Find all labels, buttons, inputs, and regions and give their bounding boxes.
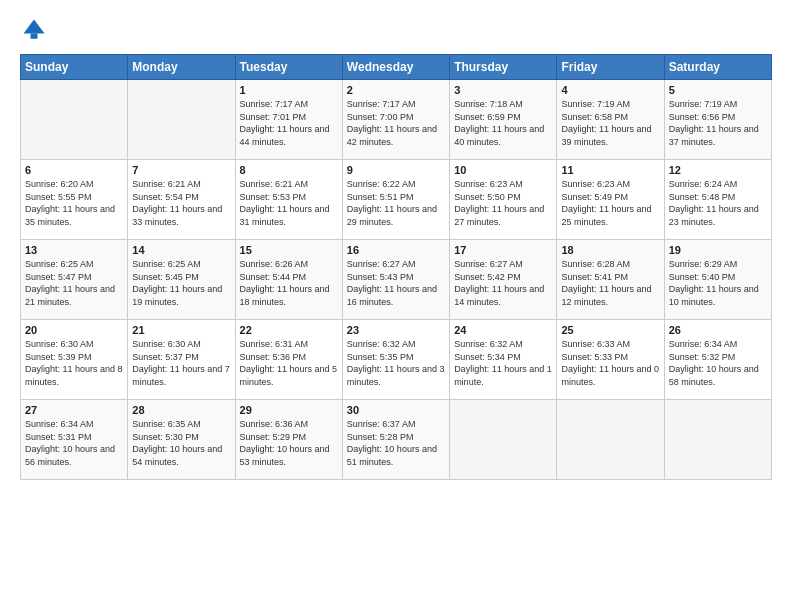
calendar-cell: 10Sunrise: 6:23 AM Sunset: 5:50 PM Dayli…	[450, 160, 557, 240]
page: SundayMondayTuesdayWednesdayThursdayFrid…	[0, 0, 792, 612]
day-number: 9	[347, 164, 445, 176]
col-header-sunday: Sunday	[21, 55, 128, 80]
calendar-cell: 21Sunrise: 6:30 AM Sunset: 5:37 PM Dayli…	[128, 320, 235, 400]
day-number: 22	[240, 324, 338, 336]
day-detail: Sunrise: 6:32 AM Sunset: 5:35 PM Dayligh…	[347, 338, 445, 388]
calendar-cell: 12Sunrise: 6:24 AM Sunset: 5:48 PM Dayli…	[664, 160, 771, 240]
calendar-cell: 29Sunrise: 6:36 AM Sunset: 5:29 PM Dayli…	[235, 400, 342, 480]
calendar-cell	[21, 80, 128, 160]
day-number: 16	[347, 244, 445, 256]
day-number: 27	[25, 404, 123, 416]
day-detail: Sunrise: 6:27 AM Sunset: 5:43 PM Dayligh…	[347, 258, 445, 308]
week-row-1: 6Sunrise: 6:20 AM Sunset: 5:55 PM Daylig…	[21, 160, 772, 240]
day-number: 5	[669, 84, 767, 96]
svg-rect-1	[31, 34, 38, 39]
calendar-cell: 7Sunrise: 6:21 AM Sunset: 5:54 PM Daylig…	[128, 160, 235, 240]
day-detail: Sunrise: 6:28 AM Sunset: 5:41 PM Dayligh…	[561, 258, 659, 308]
day-detail: Sunrise: 6:21 AM Sunset: 5:53 PM Dayligh…	[240, 178, 338, 228]
calendar-cell: 9Sunrise: 6:22 AM Sunset: 5:51 PM Daylig…	[342, 160, 449, 240]
day-number: 23	[347, 324, 445, 336]
day-detail: Sunrise: 6:31 AM Sunset: 5:36 PM Dayligh…	[240, 338, 338, 388]
day-number: 19	[669, 244, 767, 256]
svg-marker-0	[24, 20, 45, 34]
week-row-0: 1Sunrise: 7:17 AM Sunset: 7:01 PM Daylig…	[21, 80, 772, 160]
calendar-cell: 23Sunrise: 6:32 AM Sunset: 5:35 PM Dayli…	[342, 320, 449, 400]
day-number: 26	[669, 324, 767, 336]
day-detail: Sunrise: 6:24 AM Sunset: 5:48 PM Dayligh…	[669, 178, 767, 228]
calendar-cell: 24Sunrise: 6:32 AM Sunset: 5:34 PM Dayli…	[450, 320, 557, 400]
day-detail: Sunrise: 6:30 AM Sunset: 5:39 PM Dayligh…	[25, 338, 123, 388]
calendar-cell: 25Sunrise: 6:33 AM Sunset: 5:33 PM Dayli…	[557, 320, 664, 400]
logo-icon	[20, 16, 48, 44]
calendar-cell: 5Sunrise: 7:19 AM Sunset: 6:56 PM Daylig…	[664, 80, 771, 160]
day-number: 24	[454, 324, 552, 336]
calendar-table: SundayMondayTuesdayWednesdayThursdayFrid…	[20, 54, 772, 480]
week-row-4: 27Sunrise: 6:34 AM Sunset: 5:31 PM Dayli…	[21, 400, 772, 480]
day-number: 2	[347, 84, 445, 96]
day-detail: Sunrise: 6:25 AM Sunset: 5:47 PM Dayligh…	[25, 258, 123, 308]
day-number: 3	[454, 84, 552, 96]
day-number: 15	[240, 244, 338, 256]
day-detail: Sunrise: 6:34 AM Sunset: 5:31 PM Dayligh…	[25, 418, 123, 468]
day-detail: Sunrise: 6:33 AM Sunset: 5:33 PM Dayligh…	[561, 338, 659, 388]
calendar-cell: 13Sunrise: 6:25 AM Sunset: 5:47 PM Dayli…	[21, 240, 128, 320]
day-number: 28	[132, 404, 230, 416]
day-number: 20	[25, 324, 123, 336]
calendar-cell: 8Sunrise: 6:21 AM Sunset: 5:53 PM Daylig…	[235, 160, 342, 240]
calendar-cell: 11Sunrise: 6:23 AM Sunset: 5:49 PM Dayli…	[557, 160, 664, 240]
day-detail: Sunrise: 6:35 AM Sunset: 5:30 PM Dayligh…	[132, 418, 230, 468]
calendar-cell: 18Sunrise: 6:28 AM Sunset: 5:41 PM Dayli…	[557, 240, 664, 320]
calendar-cell: 4Sunrise: 7:19 AM Sunset: 6:58 PM Daylig…	[557, 80, 664, 160]
day-detail: Sunrise: 6:21 AM Sunset: 5:54 PM Dayligh…	[132, 178, 230, 228]
col-header-saturday: Saturday	[664, 55, 771, 80]
col-header-tuesday: Tuesday	[235, 55, 342, 80]
calendar-cell: 15Sunrise: 6:26 AM Sunset: 5:44 PM Dayli…	[235, 240, 342, 320]
calendar-cell: 16Sunrise: 6:27 AM Sunset: 5:43 PM Dayli…	[342, 240, 449, 320]
header	[20, 16, 772, 44]
day-detail: Sunrise: 6:32 AM Sunset: 5:34 PM Dayligh…	[454, 338, 552, 388]
col-header-thursday: Thursday	[450, 55, 557, 80]
day-number: 7	[132, 164, 230, 176]
day-detail: Sunrise: 6:34 AM Sunset: 5:32 PM Dayligh…	[669, 338, 767, 388]
day-detail: Sunrise: 6:25 AM Sunset: 5:45 PM Dayligh…	[132, 258, 230, 308]
calendar-cell: 2Sunrise: 7:17 AM Sunset: 7:00 PM Daylig…	[342, 80, 449, 160]
day-detail: Sunrise: 7:17 AM Sunset: 7:01 PM Dayligh…	[240, 98, 338, 148]
day-detail: Sunrise: 6:22 AM Sunset: 5:51 PM Dayligh…	[347, 178, 445, 228]
day-number: 12	[669, 164, 767, 176]
calendar-cell: 6Sunrise: 6:20 AM Sunset: 5:55 PM Daylig…	[21, 160, 128, 240]
day-number: 17	[454, 244, 552, 256]
day-detail: Sunrise: 7:18 AM Sunset: 6:59 PM Dayligh…	[454, 98, 552, 148]
calendar-cell: 17Sunrise: 6:27 AM Sunset: 5:42 PM Dayli…	[450, 240, 557, 320]
calendar-cell: 30Sunrise: 6:37 AM Sunset: 5:28 PM Dayli…	[342, 400, 449, 480]
day-detail: Sunrise: 6:36 AM Sunset: 5:29 PM Dayligh…	[240, 418, 338, 468]
day-number: 13	[25, 244, 123, 256]
day-detail: Sunrise: 6:23 AM Sunset: 5:49 PM Dayligh…	[561, 178, 659, 228]
calendar-cell	[557, 400, 664, 480]
day-detail: Sunrise: 6:29 AM Sunset: 5:40 PM Dayligh…	[669, 258, 767, 308]
calendar-cell: 26Sunrise: 6:34 AM Sunset: 5:32 PM Dayli…	[664, 320, 771, 400]
day-number: 6	[25, 164, 123, 176]
day-number: 11	[561, 164, 659, 176]
calendar-cell: 19Sunrise: 6:29 AM Sunset: 5:40 PM Dayli…	[664, 240, 771, 320]
week-row-3: 20Sunrise: 6:30 AM Sunset: 5:39 PM Dayli…	[21, 320, 772, 400]
calendar-header-row: SundayMondayTuesdayWednesdayThursdayFrid…	[21, 55, 772, 80]
day-number: 14	[132, 244, 230, 256]
day-detail: Sunrise: 7:19 AM Sunset: 6:56 PM Dayligh…	[669, 98, 767, 148]
calendar-cell: 3Sunrise: 7:18 AM Sunset: 6:59 PM Daylig…	[450, 80, 557, 160]
col-header-friday: Friday	[557, 55, 664, 80]
day-detail: Sunrise: 6:27 AM Sunset: 5:42 PM Dayligh…	[454, 258, 552, 308]
calendar-cell	[450, 400, 557, 480]
calendar-cell: 14Sunrise: 6:25 AM Sunset: 5:45 PM Dayli…	[128, 240, 235, 320]
col-header-wednesday: Wednesday	[342, 55, 449, 80]
day-number: 10	[454, 164, 552, 176]
day-number: 8	[240, 164, 338, 176]
day-number: 21	[132, 324, 230, 336]
calendar-cell	[128, 80, 235, 160]
day-detail: Sunrise: 6:30 AM Sunset: 5:37 PM Dayligh…	[132, 338, 230, 388]
calendar-cell: 20Sunrise: 6:30 AM Sunset: 5:39 PM Dayli…	[21, 320, 128, 400]
day-number: 4	[561, 84, 659, 96]
day-detail: Sunrise: 6:37 AM Sunset: 5:28 PM Dayligh…	[347, 418, 445, 468]
calendar-cell: 22Sunrise: 6:31 AM Sunset: 5:36 PM Dayli…	[235, 320, 342, 400]
logo	[20, 16, 50, 44]
col-header-monday: Monday	[128, 55, 235, 80]
